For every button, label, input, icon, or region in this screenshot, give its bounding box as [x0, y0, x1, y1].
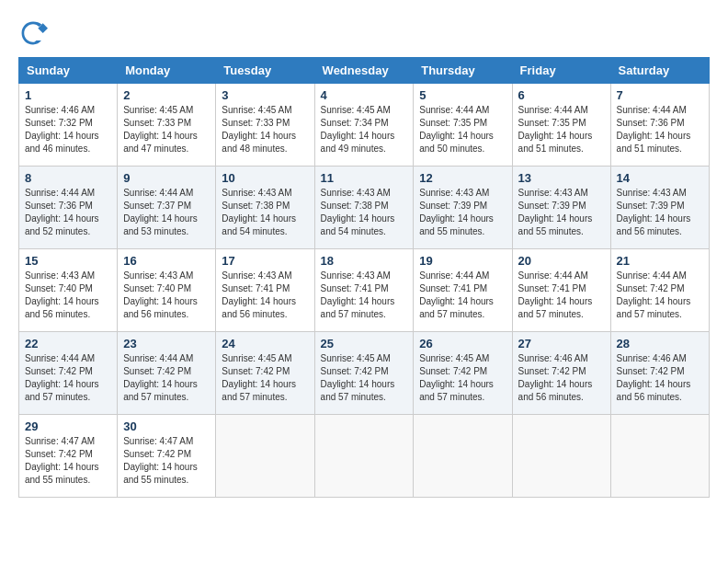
day-number: 29: [25, 419, 111, 433]
calendar-cell: 30 Sunrise: 4:47 AM Sunset: 7:42 PM Dayl…: [118, 415, 216, 498]
calendar-cell: 15 Sunrise: 4:43 AM Sunset: 7:40 PM Dayl…: [19, 249, 118, 332]
calendar-cell: 28 Sunrise: 4:46 AM Sunset: 7:42 PM Dayl…: [610, 332, 709, 415]
day-number: 18: [321, 254, 408, 268]
day-number: 14: [617, 171, 703, 185]
calendar-cell: 9 Sunrise: 4:44 AM Sunset: 7:37 PM Dayli…: [118, 167, 216, 249]
day-number: 9: [123, 171, 210, 185]
header-saturday: Saturday: [610, 58, 709, 84]
day-info: Sunrise: 4:43 AM Sunset: 7:41 PM Dayligh…: [321, 270, 408, 321]
day-info: Sunrise: 4:44 AM Sunset: 7:36 PM Dayligh…: [25, 187, 111, 238]
day-info: Sunrise: 4:46 AM Sunset: 7:42 PM Dayligh…: [617, 352, 703, 404]
calendar-cell: 23 Sunrise: 4:44 AM Sunset: 7:42 PM Dayl…: [118, 332, 216, 415]
day-info: Sunrise: 4:45 AM Sunset: 7:34 PM Dayligh…: [321, 104, 408, 155]
day-number: 13: [518, 171, 605, 185]
day-info: Sunrise: 4:44 AM Sunset: 7:42 PM Dayligh…: [25, 352, 111, 404]
day-info: Sunrise: 4:44 AM Sunset: 7:35 PM Dayligh…: [419, 104, 506, 155]
day-info: Sunrise: 4:44 AM Sunset: 7:36 PM Dayligh…: [617, 104, 703, 155]
day-number: 6: [518, 88, 605, 102]
calendar-cell: 7 Sunrise: 4:44 AM Sunset: 7:36 PM Dayli…: [610, 84, 709, 167]
day-number: 30: [123, 419, 210, 433]
day-info: Sunrise: 4:45 AM Sunset: 7:42 PM Dayligh…: [222, 352, 308, 404]
day-number: 8: [25, 171, 111, 185]
header-wednesday: Wednesday: [314, 58, 414, 84]
calendar-cell: [414, 415, 512, 498]
day-info: Sunrise: 4:43 AM Sunset: 7:39 PM Dayligh…: [518, 187, 605, 238]
day-info: Sunrise: 4:43 AM Sunset: 7:40 PM Dayligh…: [25, 270, 111, 321]
day-number: 28: [617, 337, 703, 350]
day-number: 17: [222, 254, 308, 268]
calendar-cell: 12 Sunrise: 4:43 AM Sunset: 7:39 PM Dayl…: [414, 167, 512, 249]
calendar-cell: 4 Sunrise: 4:45 AM Sunset: 7:34 PM Dayli…: [314, 84, 414, 167]
calendar-cell: 6 Sunrise: 4:44 AM Sunset: 7:35 PM Dayli…: [512, 84, 610, 167]
day-info: Sunrise: 4:44 AM Sunset: 7:42 PM Dayligh…: [123, 352, 210, 404]
day-info: Sunrise: 4:46 AM Sunset: 7:32 PM Dayligh…: [25, 104, 111, 155]
calendar-cell: 3 Sunrise: 4:45 AM Sunset: 7:33 PM Dayli…: [216, 84, 314, 167]
day-number: 7: [617, 88, 703, 102]
day-number: 23: [123, 337, 210, 350]
header-sunday: Sunday: [19, 58, 118, 84]
day-number: 4: [321, 88, 408, 102]
calendar-cell: [610, 415, 709, 498]
day-info: Sunrise: 4:43 AM Sunset: 7:38 PM Dayligh…: [222, 187, 308, 238]
day-info: Sunrise: 4:43 AM Sunset: 7:38 PM Dayligh…: [321, 187, 408, 238]
calendar-cell: 2 Sunrise: 4:45 AM Sunset: 7:33 PM Dayli…: [118, 84, 216, 167]
day-info: Sunrise: 4:43 AM Sunset: 7:41 PM Dayligh…: [222, 270, 308, 321]
day-number: 2: [123, 88, 210, 102]
calendar-cell: 19 Sunrise: 4:44 AM Sunset: 7:41 PM Dayl…: [414, 249, 512, 332]
calendar-cell: 14 Sunrise: 4:43 AM Sunset: 7:39 PM Dayl…: [610, 167, 709, 249]
calendar-cell: 26 Sunrise: 4:45 AM Sunset: 7:42 PM Dayl…: [414, 332, 512, 415]
day-number: 1: [25, 88, 111, 102]
calendar-week-2: 8 Sunrise: 4:44 AM Sunset: 7:36 PM Dayli…: [19, 167, 710, 249]
day-info: Sunrise: 4:45 AM Sunset: 7:42 PM Dayligh…: [321, 352, 408, 404]
calendar-cell: 5 Sunrise: 4:44 AM Sunset: 7:35 PM Dayli…: [414, 84, 512, 167]
calendar-cell: 18 Sunrise: 4:43 AM Sunset: 7:41 PM Dayl…: [314, 249, 414, 332]
calendar-cell: 10 Sunrise: 4:43 AM Sunset: 7:38 PM Dayl…: [216, 167, 314, 249]
calendar-cell: 11 Sunrise: 4:43 AM Sunset: 7:38 PM Dayl…: [314, 167, 414, 249]
header: [18, 18, 710, 48]
header-thursday: Thursday: [414, 58, 512, 84]
calendar-week-3: 15 Sunrise: 4:43 AM Sunset: 7:40 PM Dayl…: [19, 249, 710, 332]
day-info: Sunrise: 4:44 AM Sunset: 7:37 PM Dayligh…: [123, 187, 210, 238]
day-info: Sunrise: 4:46 AM Sunset: 7:42 PM Dayligh…: [518, 352, 605, 404]
day-info: Sunrise: 4:45 AM Sunset: 7:33 PM Dayligh…: [222, 104, 308, 155]
day-number: 11: [321, 171, 408, 185]
day-number: 21: [617, 254, 703, 268]
calendar-cell: 21 Sunrise: 4:44 AM Sunset: 7:42 PM Dayl…: [610, 249, 709, 332]
day-info: Sunrise: 4:44 AM Sunset: 7:35 PM Dayligh…: [518, 104, 605, 155]
calendar-cell: 27 Sunrise: 4:46 AM Sunset: 7:42 PM Dayl…: [512, 332, 610, 415]
logo-icon: [18, 18, 48, 48]
day-info: Sunrise: 4:43 AM Sunset: 7:39 PM Dayligh…: [419, 187, 506, 238]
day-info: Sunrise: 4:44 AM Sunset: 7:41 PM Dayligh…: [419, 270, 506, 321]
calendar-cell: 17 Sunrise: 4:43 AM Sunset: 7:41 PM Dayl…: [216, 249, 314, 332]
day-info: Sunrise: 4:43 AM Sunset: 7:40 PM Dayligh…: [123, 270, 210, 321]
day-number: 5: [419, 88, 506, 102]
day-info: Sunrise: 4:44 AM Sunset: 7:42 PM Dayligh…: [617, 270, 703, 321]
calendar-cell: 25 Sunrise: 4:45 AM Sunset: 7:42 PM Dayl…: [314, 332, 414, 415]
calendar-cell: [314, 415, 414, 498]
day-number: 22: [25, 337, 111, 350]
calendar-cell: 8 Sunrise: 4:44 AM Sunset: 7:36 PM Dayli…: [19, 167, 118, 249]
day-info: Sunrise: 4:47 AM Sunset: 7:42 PM Dayligh…: [123, 435, 210, 487]
day-info: Sunrise: 4:47 AM Sunset: 7:42 PM Dayligh…: [25, 435, 111, 487]
calendar-cell: 20 Sunrise: 4:44 AM Sunset: 7:41 PM Dayl…: [512, 249, 610, 332]
calendar-cell: [216, 415, 314, 498]
calendar-week-1: 1 Sunrise: 4:46 AM Sunset: 7:32 PM Dayli…: [19, 84, 710, 167]
calendar-header-row: SundayMondayTuesdayWednesdayThursdayFrid…: [19, 58, 710, 84]
calendar-cell: 29 Sunrise: 4:47 AM Sunset: 7:42 PM Dayl…: [19, 415, 118, 498]
header-tuesday: Tuesday: [216, 58, 314, 84]
day-number: 25: [321, 337, 408, 350]
day-number: 27: [518, 337, 605, 350]
day-number: 19: [419, 254, 506, 268]
calendar-week-4: 22 Sunrise: 4:44 AM Sunset: 7:42 PM Dayl…: [19, 332, 710, 415]
calendar-cell: 13 Sunrise: 4:43 AM Sunset: 7:39 PM Dayl…: [512, 167, 610, 249]
day-number: 15: [25, 254, 111, 268]
day-number: 20: [518, 254, 605, 268]
day-info: Sunrise: 4:45 AM Sunset: 7:33 PM Dayligh…: [123, 104, 210, 155]
calendar-week-5: 29 Sunrise: 4:47 AM Sunset: 7:42 PM Dayl…: [19, 415, 710, 498]
day-info: Sunrise: 4:44 AM Sunset: 7:41 PM Dayligh…: [518, 270, 605, 321]
header-monday: Monday: [118, 58, 216, 84]
day-number: 10: [222, 171, 308, 185]
day-info: Sunrise: 4:45 AM Sunset: 7:42 PM Dayligh…: [419, 352, 506, 404]
calendar-cell: 16 Sunrise: 4:43 AM Sunset: 7:40 PM Dayl…: [118, 249, 216, 332]
calendar-cell: 1 Sunrise: 4:46 AM Sunset: 7:32 PM Dayli…: [19, 84, 118, 167]
